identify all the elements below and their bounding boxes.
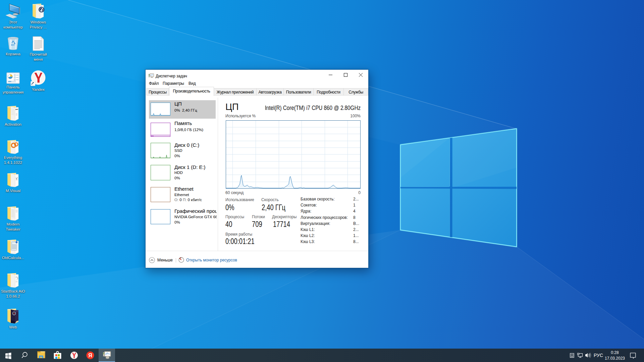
svg-text:Я: Я xyxy=(88,353,92,358)
